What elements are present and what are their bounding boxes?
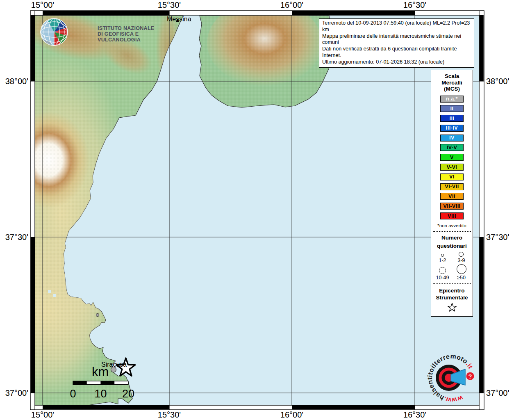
mercalli-scale-box-v-vi: V-VI [440, 164, 464, 171]
scalebar-tick-0: 0 [70, 388, 76, 400]
mercalli-scale-box-ii: II [440, 105, 464, 112]
haisentitoilterremoto-logo: www.haisentitoilterremoto.it ? [421, 346, 487, 411]
axis-label-top-3: 16°30' [401, 0, 429, 10]
axis-label-top-2: 16°00' [278, 0, 306, 10]
axis-label-top-0: 15°00' [29, 0, 57, 10]
axis-label-left-0: 38°00' [0, 77, 28, 86]
mercalli-scale-box-iv: IV [440, 135, 464, 142]
circle-size-1-icon [441, 254, 444, 257]
questionnaire-size-item: 1-2 [439, 252, 446, 263]
mercalli-scale: n.a.*IIIIIIII-IVIVIV-VVV-VIVIVI-VIIVIIVI… [440, 96, 464, 220]
ingv-wordmark-line1: ISTITUTO NAZIONALE [98, 25, 175, 31]
axis-label-left-1: 37°30' [0, 233, 28, 242]
axis-label-left-2: 37°00' [0, 388, 28, 398]
legend-separator [433, 283, 471, 284]
calabria-terrain [197, 0, 336, 110]
axis-label-right-0: 38°00' [486, 77, 514, 86]
info-line-event: Terremoto del 10-09-2013 07:59:40 (ora l… [322, 20, 471, 33]
scalebar-tick-10: 10 [94, 388, 107, 400]
ingv-globe-icon [39, 17, 69, 47]
ingv-logo: ISTITUTO NAZIONALE DI GEOFISICA E VULCAN… [39, 17, 175, 47]
legend-panel: Scala Mercalli (MCS) n.a.*IIIIIIII-IVIVI… [431, 70, 473, 317]
questionnaires-title: Numero questionari [437, 234, 467, 250]
mercalli-scale-box-v: V [440, 154, 464, 161]
mercalli-scale-box-iii-iv: III-IV [440, 125, 464, 132]
mercalli-scale-box-iv-v: IV-V [440, 144, 464, 151]
axis-label-top-1: 15°30' [155, 0, 183, 10]
circle-size-2-icon [459, 252, 464, 257]
questionnaire-sizes: 1-2 3-9 10-49 ≥50 [433, 252, 471, 281]
mercalli-scale-box-viii: VIII [440, 212, 464, 219]
axis-label-bottom-3: 16°30' [401, 410, 429, 420]
questionnaire-size-item: 3-9 [457, 252, 465, 263]
mercalli-scale-box-vii-viii: VII-VIII [440, 203, 464, 210]
ingv-wordmark-line2: DI GEOFISICA E VULCANOLOGIA [98, 31, 175, 43]
axis-label-right-2: 37°00' [486, 388, 514, 398]
mercalli-scale-box-n-a-: n.a.* [440, 96, 464, 103]
axis-label-bottom-0: 15°00' [29, 410, 57, 420]
info-line-updated: Ultimo aggiornamento: 07-01-2026 18:32 (… [322, 59, 471, 66]
ingv-wordmark: ISTITUTO NAZIONALE DI GEOFISICA E VULCAN… [98, 25, 175, 43]
circle-size-3-icon [439, 267, 446, 274]
watermark-www: www. [443, 394, 464, 404]
epicenter-title: Epicentro Strumentale [436, 288, 468, 301]
mercalli-scale-box-vii: VII [440, 193, 464, 200]
mercalli-scale-box-iii: III [440, 115, 464, 122]
circle-size-4-icon [457, 264, 466, 274]
comune-dot-small [96, 314, 99, 317]
axis-label-bottom-2: 16°00' [278, 410, 306, 420]
mercalli-scale-box-vi: VI [440, 173, 464, 180]
questionnaire-size-item: ≥50 [457, 264, 466, 281]
earthquake-info-box: Terremoto del 10-09-2013 07:59:40 (ora l… [319, 18, 474, 68]
mercalli-scale-box-vi-vii: VI-VII [440, 183, 464, 190]
info-line-map: Mappa preliminare delle intensità macros… [322, 33, 471, 46]
legend-footnote: *non avvertito [437, 223, 466, 228]
question-mark: ? [469, 373, 472, 380]
epicenter-star-icon [447, 302, 457, 313]
legend-separator [433, 231, 471, 232]
info-line-data: Dati non verificati estratti da 6 questi… [322, 46, 471, 59]
questionnaire-size-item: 10-49 [436, 264, 449, 281]
axis-label-bottom-1: 15°30' [155, 410, 183, 420]
legend-title: Scala Mercalli (MCS) [441, 73, 462, 92]
scalebar-tick-20: 20 [122, 388, 134, 400]
city-label-siracusa: Siracusa [101, 361, 127, 368]
axis-label-right-1: 37°30' [486, 233, 514, 242]
